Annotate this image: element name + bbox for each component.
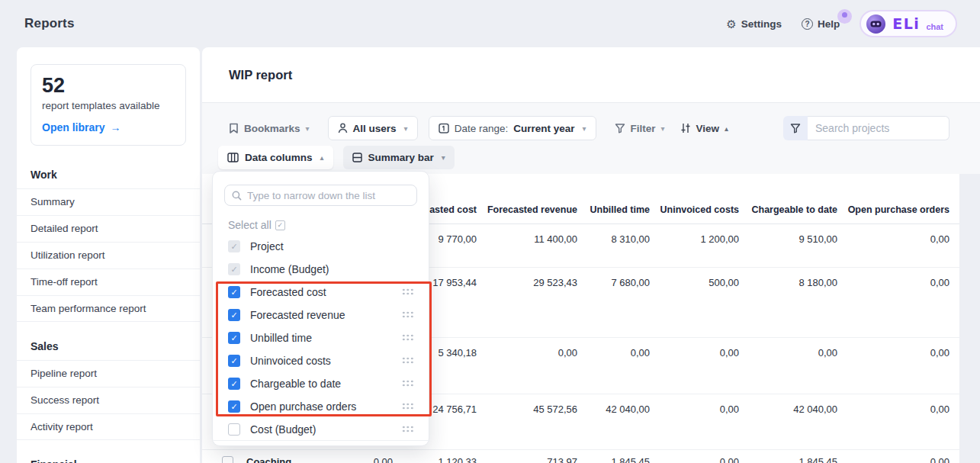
chevron-down-icon: ▾ [306,124,310,133]
column-option[interactable]: ✓ Project [213,235,429,258]
eli-chat-button[interactable]: ELi chat [860,10,957,37]
table-column-header[interactable]: Open purchase orders [837,204,949,223]
toolbar: Bookmarks ▾ All users ▾ Date range: Curr… [202,103,980,174]
column-checkbox[interactable] [228,423,240,436]
sidebar-item[interactable]: Utilization report [17,242,200,268]
person-icon [338,123,348,133]
column-option[interactable]: ✓ Unbilled time [213,326,429,349]
help-button[interactable]: ? Help [802,18,840,30]
drag-handle-icon[interactable] [402,426,413,433]
column-checkbox[interactable]: ✓ [228,263,240,275]
bookmarks-button[interactable]: Bookmarks ▾ [221,116,317,140]
drag-handle-icon[interactable] [402,311,413,319]
column-option[interactable]: ✓ Forecasted cost [213,281,429,304]
select-all-option[interactable]: Select all ✓ [213,215,429,235]
table-column-header[interactable]: Uninvoiced costs [650,204,739,223]
date-range-value: Current year [513,123,574,134]
table-cell: 0,00 [739,338,837,394]
scrollbar-track[interactable] [959,174,980,463]
column-checkbox[interactable]: ✓ [228,240,240,252]
toolbar-row-columns: Data columns ▴ Summary bar ▾ [218,146,455,169]
column-checkbox[interactable]: ✓ [228,355,240,367]
table-column-header[interactable]: Chargeable to date [739,204,837,223]
sidebar-item[interactable]: Detailed report [17,215,200,242]
sidebar-item[interactable]: Success report [17,387,200,413]
row-checkbox[interactable] [222,456,233,463]
sidebar-section-list: SummaryDetailed reportUtilization report… [17,188,200,322]
data-columns-button[interactable]: Data columns ▴ [218,146,333,169]
gear-icon: ⚙ [726,18,736,30]
table-row[interactable]: Coaching 0,00 1 120,33713,971 845,450,00… [202,450,980,463]
arrow-right-icon: → [110,121,120,133]
column-option-label: Open purchase orders [250,400,356,413]
table-column-header[interactable]: Forecasted revenue [477,204,577,223]
drag-handle-icon[interactable] [402,357,413,365]
chevron-down-icon: ▾ [442,153,445,162]
data-columns-dropdown: Select all ✓ ✓ Project ✓ Income (Budget)… [212,171,429,446]
drag-handle-icon[interactable] [402,334,413,342]
column-option[interactable]: ✓ Chargeable to date [213,372,429,395]
table-cell: 9 510,00 [739,224,837,267]
sidebar-section-list: Pipeline reportSuccess reportActivity re… [17,360,200,440]
drag-handle-icon[interactable] [402,403,413,410]
sidebar-item[interactable]: Team performance report [17,295,200,322]
column-option-label: Unbilled time [250,332,312,344]
toolbar-row-filters: Bookmarks ▾ All users ▾ Date range: Curr… [221,116,949,140]
sidebar-item-label: Activity report [31,421,93,432]
drag-handle-icon[interactable] [402,380,413,387]
sidebar-item[interactable]: Time-off report [17,268,200,295]
column-option-label: Uninvoiced costs [250,355,331,367]
column-checkbox[interactable]: ✓ [228,309,240,321]
column-option-label: Forecasted revenue [250,309,345,321]
column-option[interactable]: ✓ Income (Budget) [213,258,429,281]
settings-label: Settings [741,18,782,30]
sidebar-item[interactable]: Pipeline report [17,360,200,387]
column-options-list: ✓ Project ✓ Income (Budget) ✓ Forecasted… [213,235,429,441]
sliders-icon [680,123,691,133]
users-filter-button[interactable]: All users ▾ [328,116,418,140]
settings-button[interactable]: ⚙ Settings [726,18,782,30]
table-cell: 0,00 [837,450,949,463]
view-button[interactable]: View ▴ [673,116,737,140]
table-cell: 7 680,00 [577,268,650,337]
sidebar-item[interactable]: Activity report [17,413,200,440]
table-cell: 1 120,33 [393,450,477,463]
column-checkbox[interactable]: ✓ [228,378,240,390]
sidebar-item-label: Time-off report [31,276,98,288]
project-name-cell: Coaching [236,450,332,463]
table-column-header[interactable]: Unbilled time [577,204,650,223]
column-checkbox[interactable]: ✓ [228,332,240,344]
summary-bar-button[interactable]: Summary bar ▾ [343,146,455,169]
report-title: WIP report [229,68,292,82]
filter-label: Filter [631,123,656,134]
table-cell: 8 310,00 [577,224,650,267]
table-cell: 0,00 [477,338,577,394]
table-cell: 29 523,43 [477,268,577,337]
table-cell: 0,00 [650,450,739,463]
column-checkbox[interactable]: ✓ [228,400,240,413]
column-search-input[interactable] [247,190,410,201]
summary-bar-label: Summary bar [368,152,434,163]
search-filter-button[interactable] [783,116,808,140]
column-option[interactable]: ✓ Forecasted revenue [213,304,429,326]
sidebar-sections: Work SummaryDetailed reportUtilization r… [17,158,200,463]
table-cell: 11 400,00 [477,224,577,267]
table-cell: 500,00 [650,268,739,337]
chevron-down-icon: ▾ [404,124,408,133]
open-library-link[interactable]: Open library → [42,121,175,133]
sidebar-section: Work SummaryDetailed reportUtilization r… [17,158,200,322]
sidebar-item[interactable]: Summary [17,188,200,215]
help-label: Help [818,18,840,30]
data-columns-label: Data columns [245,152,313,163]
column-option[interactable]: Cost (Budget) [213,418,429,441]
column-checkbox[interactable]: ✓ [228,286,240,298]
date-range-button[interactable]: Date range: Current year ▾ [429,116,596,140]
column-option[interactable]: ✓ Uninvoiced costs [213,349,429,372]
select-all-checkbox[interactable]: ✓ [275,220,285,230]
table-cell: 1 200,00 [650,224,739,267]
drag-handle-icon[interactable] [402,288,413,296]
filter-button[interactable]: Filter ▾ [607,116,673,140]
search-projects-input[interactable] [808,116,949,140]
column-option[interactable]: ✓ Open purchase orders [213,395,429,418]
sidebar-item-label: Team performance report [31,303,146,314]
